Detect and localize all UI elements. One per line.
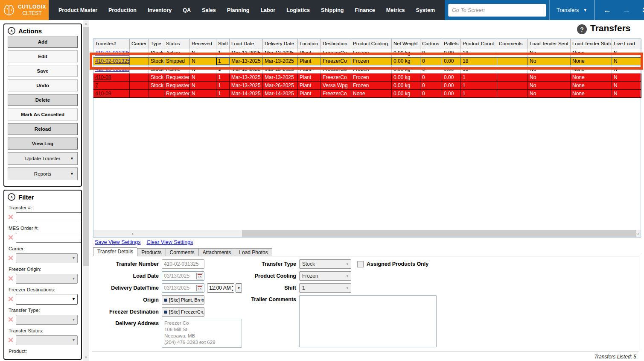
cell-location[interactable]: Plant	[298, 82, 321, 90]
cell-type[interactable]	[149, 90, 164, 98]
menu-item-inventory[interactable]: Inventory	[142, 7, 177, 13]
clear-filter-icon[interactable]: ✕	[8, 214, 14, 221]
cell-carrier[interactable]	[130, 73, 149, 82]
tab-products[interactable]: Products	[137, 248, 165, 256]
cell-product-cooling[interactable]: None	[351, 90, 392, 98]
cell-cartons[interactable]: 0	[420, 82, 442, 90]
cell-pallets[interactable]: 0.00	[442, 49, 461, 57]
transfer-number-link[interactable]: 7	[95, 82, 98, 88]
cell-product-count[interactable]: 18	[461, 57, 497, 65]
cell-transfer[interactable]: 410-02-031325	[93, 57, 130, 65]
cell-comments[interactable]	[497, 90, 528, 98]
cell-location[interactable]: Plant	[298, 57, 321, 65]
assigned-products-only-checkbox[interactable]	[357, 261, 364, 267]
tab-comments[interactable]: Comments	[166, 248, 198, 256]
column-header-net-weight[interactable]: Net Weight	[392, 39, 420, 49]
table-row[interactable]: 7StockRequestedN1Mar-13-2025Mar-26-2025P…	[93, 82, 641, 90]
cell-load-date[interactable]: Mar-13-2025	[230, 49, 263, 57]
scrollbar-thumb[interactable]	[242, 230, 636, 237]
cell-destination[interactable]: FreezerCo	[321, 90, 351, 98]
edit-button[interactable]: Edit	[8, 50, 78, 62]
close-icon[interactable]: ✕	[636, 5, 644, 15]
column-header-comments[interactable]: Comments	[497, 39, 528, 49]
cell-cartons[interactable]: 0	[420, 49, 442, 57]
update-transfer-dropdown-button[interactable]: Update Transfer▼	[8, 152, 78, 165]
cell-shift[interactable]: 1	[216, 73, 230, 82]
column-header-status[interactable]: Status	[164, 39, 190, 49]
menu-item-finance[interactable]: Finance	[350, 7, 381, 13]
cell-live-load[interactable]: N	[612, 90, 641, 98]
tab-transfer-details[interactable]: Transfer Details	[93, 247, 137, 256]
cell-product-count[interactable]: 1	[461, 73, 497, 82]
add-button[interactable]: Add	[8, 36, 78, 48]
sidebar-scrollbar[interactable]: ∧ ∨	[83, 20, 89, 361]
table-row[interactable]: 410-09RequestedN1Mar-14-2025Mar-14-2025P…	[93, 90, 641, 98]
transfer-number-link[interactable]: 410-08	[95, 74, 111, 80]
column-header-shift[interactable]: Shift	[216, 39, 230, 49]
collapse-chevron-icon[interactable]: ∧	[8, 193, 15, 201]
cell-net-weight[interactable]: 0.00 kg	[392, 49, 420, 57]
reports-dropdown-button[interactable]: Reports▼	[8, 167, 78, 180]
cell-load-tender-sent[interactable]: No	[528, 90, 571, 98]
cell-load-tender-sent[interactable]: No	[528, 49, 571, 57]
cell-location[interactable]: Plant	[298, 49, 321, 57]
column-header-transfer[interactable]: Transfer#	[93, 39, 130, 49]
cell-live-load[interactable]: N	[612, 73, 641, 82]
cell-product-count[interactable]: 18	[461, 49, 497, 57]
cell-shift[interactable]: 1	[216, 57, 230, 65]
cell-location[interactable]: Plant	[298, 65, 321, 73]
collapse-chevron-icon[interactable]: ∧	[8, 27, 15, 35]
cell-carrier[interactable]	[130, 57, 149, 65]
cell-destination[interactable]: FreezerCo	[321, 49, 351, 57]
cell-carrier[interactable]	[130, 82, 149, 90]
cell-location[interactable]: Plant	[298, 73, 321, 82]
cell-load-tender-sent[interactable]: No	[528, 65, 571, 73]
freezer-destination-dropdown[interactable]: [Site] FreezerCo, Nee ▾	[162, 307, 204, 317]
cell-transfer[interactable]: 7	[93, 82, 130, 90]
scroll-left-icon[interactable]: ‹	[132, 231, 134, 237]
cell-product-count[interactable]: 1	[461, 90, 497, 98]
menu-item-metrics[interactable]: Metrics	[381, 7, 411, 13]
cell-cartons[interactable]: 0	[420, 65, 442, 73]
transfer-type-dropdown[interactable]: Stock ▾	[299, 259, 351, 269]
cell-status[interactable]: Requested	[164, 73, 190, 82]
delete-button[interactable]: Delete	[8, 94, 78, 106]
carrier-dropdown[interactable]: ▾	[16, 253, 78, 263]
transfer-number-link[interactable]: 410-09	[95, 91, 111, 97]
delivery-date-field[interactable]: 03/13/2025 15	[162, 283, 204, 293]
cell-load-tender-status[interactable]: None	[571, 82, 612, 90]
cell-delivery-date[interactable]: Mar-13-2025	[263, 65, 298, 73]
cell-delivery-date[interactable]: Mar-14-2025	[263, 90, 298, 98]
cell-load-date[interactable]: Mar-13-2025	[230, 57, 263, 65]
column-header-pallets[interactable]: Pallets	[442, 39, 461, 49]
save-view-settings-link[interactable]: Save View Settings	[95, 239, 140, 245]
cell-product-cooling[interactable]: Frozen	[351, 57, 392, 65]
menu-item-product-master[interactable]: Product Master	[53, 7, 103, 13]
cell-transfer[interactable]: 410-09	[93, 90, 130, 98]
menu-item-planning[interactable]: Planning	[221, 7, 255, 13]
cell-product-cooling[interactable]: Frozen	[351, 65, 392, 73]
column-header-destination[interactable]: Destination	[321, 39, 351, 49]
clear-filter-icon[interactable]: ✕	[8, 275, 14, 282]
cell-carrier[interactable]	[130, 49, 149, 57]
cell-net-weight[interactable]: 0.00 kg	[392, 57, 420, 65]
cell-delivery-date[interactable]: Mar-13-2025	[263, 49, 298, 57]
table-row[interactable]: 410-03-031325StockActiveN1Mar-13-2025Mar…	[93, 65, 641, 73]
cell-pallets[interactable]: 0.00	[442, 90, 461, 98]
cell-pallets[interactable]: 0.00	[442, 82, 461, 90]
cell-destination[interactable]: FreezerCo	[321, 73, 351, 82]
cell-type[interactable]: Stock	[149, 57, 164, 65]
cell-delivery-date[interactable]: Mar-13-2025	[263, 73, 298, 82]
view-log-button[interactable]: View Log	[8, 138, 78, 150]
cell-load-tender-status[interactable]: None	[571, 73, 612, 82]
cell-status[interactable]: Requested	[164, 82, 190, 90]
column-header-product-count[interactable]: Product Count	[461, 39, 497, 49]
calendar-icon[interactable]: 15	[196, 273, 203, 279]
cell-pallets[interactable]: 0.00	[442, 57, 461, 65]
cell-destination[interactable]: FreezerCo	[321, 65, 351, 73]
column-header-carrier[interactable]: Carrier	[130, 39, 149, 49]
cell-type[interactable]: Stock	[149, 49, 164, 57]
shift-dropdown[interactable]: 1 ▾	[299, 283, 351, 293]
clear-filter-icon[interactable]: ✕	[8, 296, 14, 303]
transfer-number-link[interactable]: 410-01-031325	[95, 50, 130, 56]
